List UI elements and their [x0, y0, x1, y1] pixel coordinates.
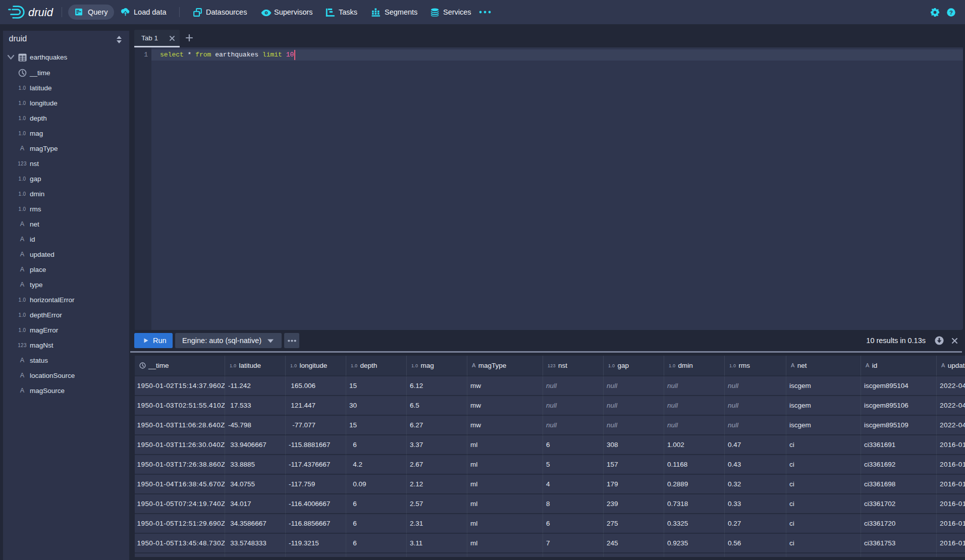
svg-text:?: ? — [949, 9, 953, 15]
